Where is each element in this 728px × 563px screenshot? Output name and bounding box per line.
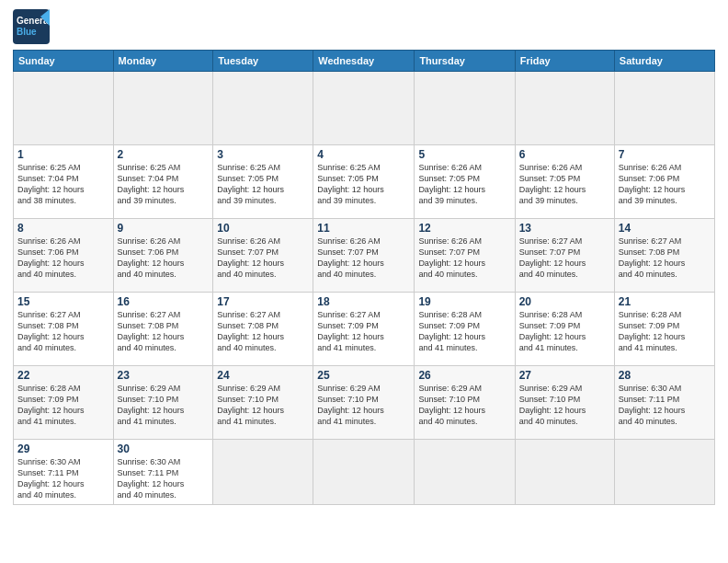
day-number: 4	[317, 148, 410, 161]
day-info: Sunrise: 6:29 AM Sunset: 7:10 PM Dayligh…	[317, 383, 410, 428]
calendar-cell: 1Sunrise: 6:25 AM Sunset: 7:04 PM Daylig…	[14, 145, 114, 219]
day-number: 28	[619, 369, 711, 382]
day-info: Sunrise: 6:25 AM Sunset: 7:04 PM Dayligh…	[118, 162, 210, 207]
calendar-cell: 10Sunrise: 6:26 AM Sunset: 7:07 PM Dayli…	[213, 219, 313, 293]
day-info: Sunrise: 6:29 AM Sunset: 7:10 PM Dayligh…	[418, 383, 510, 428]
day-number: 13	[519, 222, 610, 235]
day-number: 7	[619, 148, 711, 161]
day-number: 21	[619, 295, 711, 308]
day-number: 22	[17, 369, 109, 382]
day-number: 23	[118, 369, 210, 382]
day-number: 15	[17, 295, 109, 308]
day-info: Sunrise: 6:26 AM Sunset: 7:06 PM Dayligh…	[619, 162, 711, 207]
day-info: Sunrise: 6:27 AM Sunset: 7:08 PM Dayligh…	[217, 309, 309, 354]
day-info: Sunrise: 6:25 AM Sunset: 7:05 PM Dayligh…	[317, 162, 410, 207]
calendar-cell: 11Sunrise: 6:26 AM Sunset: 7:07 PM Dayli…	[313, 219, 415, 293]
weekday-header-thursday: Thursday	[415, 51, 515, 72]
calendar-cell: 8Sunrise: 6:26 AM Sunset: 7:06 PM Daylig…	[14, 219, 114, 293]
weekday-header-wednesday: Wednesday	[313, 51, 415, 72]
day-number: 25	[317, 369, 410, 382]
day-number: 12	[418, 222, 510, 235]
day-number: 9	[118, 222, 210, 235]
day-info: Sunrise: 6:28 AM Sunset: 7:09 PM Dayligh…	[418, 309, 510, 354]
calendar-cell	[14, 72, 114, 145]
day-number: 18	[317, 295, 410, 308]
calendar-week-row: 29Sunrise: 6:30 AM Sunset: 7:11 PM Dayli…	[14, 440, 715, 505]
day-info: Sunrise: 6:26 AM Sunset: 7:06 PM Dayligh…	[17, 236, 109, 281]
calendar-header-row: SundayMondayTuesdayWednesdayThursdayFrid…	[14, 51, 715, 72]
logo: General Blue	[13, 9, 50, 44]
calendar-cell: 6Sunrise: 6:26 AM Sunset: 7:05 PM Daylig…	[515, 145, 614, 219]
day-info: Sunrise: 6:26 AM Sunset: 7:05 PM Dayligh…	[418, 162, 510, 207]
day-info: Sunrise: 6:27 AM Sunset: 7:08 PM Dayligh…	[118, 309, 210, 354]
day-number: 11	[317, 222, 410, 235]
calendar-cell	[614, 72, 714, 145]
calendar-cell: 21Sunrise: 6:28 AM Sunset: 7:09 PM Dayli…	[614, 293, 714, 366]
day-info: Sunrise: 6:28 AM Sunset: 7:09 PM Dayligh…	[619, 309, 711, 354]
calendar-cell	[515, 72, 614, 145]
day-info: Sunrise: 6:25 AM Sunset: 7:04 PM Dayligh…	[17, 162, 109, 207]
day-info: Sunrise: 6:29 AM Sunset: 7:10 PM Dayligh…	[217, 383, 309, 428]
day-info: Sunrise: 6:26 AM Sunset: 7:06 PM Dayligh…	[118, 236, 210, 281]
calendar-cell	[113, 72, 213, 145]
day-info: Sunrise: 6:27 AM Sunset: 7:08 PM Dayligh…	[619, 236, 711, 281]
day-info: Sunrise: 6:27 AM Sunset: 7:09 PM Dayligh…	[317, 309, 410, 354]
calendar-cell: 5Sunrise: 6:26 AM Sunset: 7:05 PM Daylig…	[415, 145, 515, 219]
day-number: 8	[17, 222, 109, 235]
calendar-cell: 16Sunrise: 6:27 AM Sunset: 7:08 PM Dayli…	[113, 293, 213, 366]
calendar-cell: 19Sunrise: 6:28 AM Sunset: 7:09 PM Dayli…	[415, 293, 515, 366]
day-number: 16	[118, 295, 210, 308]
calendar-cell: 18Sunrise: 6:27 AM Sunset: 7:09 PM Dayli…	[313, 293, 415, 366]
day-number: 27	[519, 369, 610, 382]
calendar-week-row: 15Sunrise: 6:27 AM Sunset: 7:08 PM Dayli…	[14, 293, 715, 366]
weekday-header-tuesday: Tuesday	[213, 51, 313, 72]
calendar-cell: 22Sunrise: 6:28 AM Sunset: 7:09 PM Dayli…	[14, 366, 114, 440]
day-info: Sunrise: 6:28 AM Sunset: 7:09 PM Dayligh…	[17, 383, 109, 428]
weekday-header-friday: Friday	[515, 51, 614, 72]
calendar-cell: 30Sunrise: 6:30 AM Sunset: 7:11 PM Dayli…	[113, 440, 213, 505]
day-number: 20	[519, 295, 610, 308]
page-container: General Blue SundayMondayTuesdayWednesda…	[0, 0, 728, 514]
calendar-cell: 12Sunrise: 6:26 AM Sunset: 7:07 PM Dayli…	[415, 219, 515, 293]
calendar-week-row	[14, 72, 715, 145]
calendar-cell: 13Sunrise: 6:27 AM Sunset: 7:07 PM Dayli…	[515, 219, 614, 293]
day-number: 30	[118, 442, 210, 455]
day-info: Sunrise: 6:30 AM Sunset: 7:11 PM Dayligh…	[17, 456, 109, 501]
calendar-cell	[213, 72, 313, 145]
weekday-header-saturday: Saturday	[614, 51, 714, 72]
day-info: Sunrise: 6:25 AM Sunset: 7:05 PM Dayligh…	[217, 162, 309, 207]
calendar-cell	[415, 440, 515, 505]
day-info: Sunrise: 6:27 AM Sunset: 7:07 PM Dayligh…	[519, 236, 610, 281]
day-info: Sunrise: 6:30 AM Sunset: 7:11 PM Dayligh…	[118, 456, 210, 501]
day-number: 17	[217, 295, 309, 308]
day-number: 24	[217, 369, 309, 382]
logo-icon: General Blue	[13, 9, 50, 44]
calendar-cell: 28Sunrise: 6:30 AM Sunset: 7:11 PM Dayli…	[614, 366, 714, 440]
day-info: Sunrise: 6:26 AM Sunset: 7:07 PM Dayligh…	[418, 236, 510, 281]
calendar-cell: 29Sunrise: 6:30 AM Sunset: 7:11 PM Dayli…	[14, 440, 114, 505]
day-number: 1	[17, 148, 109, 161]
calendar-cell: 7Sunrise: 6:26 AM Sunset: 7:06 PM Daylig…	[614, 145, 714, 219]
calendar-cell: 4Sunrise: 6:25 AM Sunset: 7:05 PM Daylig…	[313, 145, 415, 219]
day-info: Sunrise: 6:29 AM Sunset: 7:10 PM Dayligh…	[118, 383, 210, 428]
calendar-week-row: 1Sunrise: 6:25 AM Sunset: 7:04 PM Daylig…	[14, 145, 715, 219]
calendar-cell	[515, 440, 614, 505]
header: General Blue	[13, 9, 715, 44]
calendar-week-row: 8Sunrise: 6:26 AM Sunset: 7:06 PM Daylig…	[14, 219, 715, 293]
day-number: 29	[17, 442, 109, 455]
day-info: Sunrise: 6:27 AM Sunset: 7:08 PM Dayligh…	[17, 309, 109, 354]
calendar-cell	[415, 72, 515, 145]
day-info: Sunrise: 6:26 AM Sunset: 7:07 PM Dayligh…	[217, 236, 309, 281]
day-info: Sunrise: 6:28 AM Sunset: 7:09 PM Dayligh…	[519, 309, 610, 354]
day-number: 3	[217, 148, 309, 161]
calendar-cell	[313, 72, 415, 145]
day-info: Sunrise: 6:26 AM Sunset: 7:07 PM Dayligh…	[317, 236, 410, 281]
calendar-week-row: 22Sunrise: 6:28 AM Sunset: 7:09 PM Dayli…	[14, 366, 715, 440]
calendar-cell	[614, 440, 714, 505]
day-number: 19	[418, 295, 510, 308]
calendar-cell: 9Sunrise: 6:26 AM Sunset: 7:06 PM Daylig…	[113, 219, 213, 293]
day-info: Sunrise: 6:29 AM Sunset: 7:10 PM Dayligh…	[519, 383, 610, 428]
day-number: 14	[619, 222, 711, 235]
calendar-cell: 14Sunrise: 6:27 AM Sunset: 7:08 PM Dayli…	[614, 219, 714, 293]
calendar-cell: 15Sunrise: 6:27 AM Sunset: 7:08 PM Dayli…	[14, 293, 114, 366]
